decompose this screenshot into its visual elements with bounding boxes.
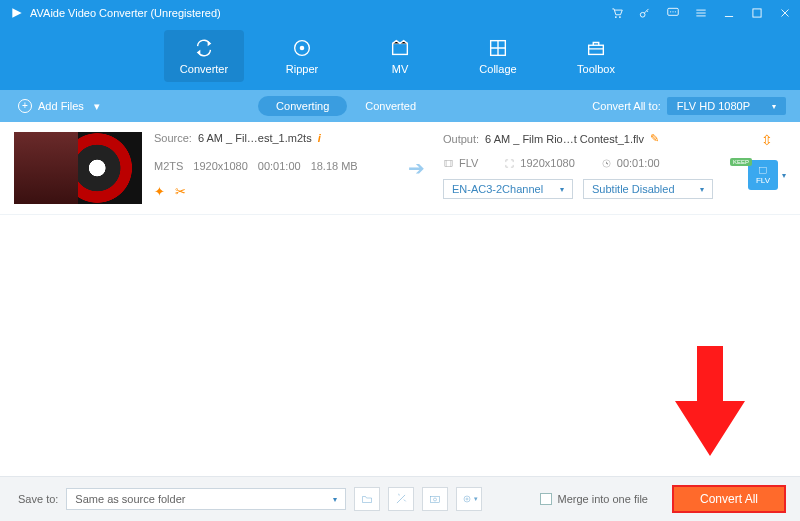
close-icon[interactable] [778,6,792,20]
nav-collage[interactable]: Collage [458,30,538,82]
key-icon[interactable] [638,6,652,20]
tab-converted[interactable]: Converted [347,96,434,116]
global-format-value: FLV HD 1080P [677,100,750,112]
merge-checkbox[interactable]: Merge into one file [540,493,648,505]
audio-track-value: EN-AC3-2Channel [452,183,543,195]
sub-bar: + Add Files ▾ Converting Converted Conve… [0,90,800,122]
main-nav: Converter Ripper MV Collage Toolbox [0,25,800,90]
footer-bar: Save to: Same as source folder ▾ ▾ Merge… [0,476,800,521]
svg-rect-15 [759,167,767,173]
film-icon [757,166,769,176]
nav-mv[interactable]: MV [360,30,440,82]
open-folder-button[interactable] [354,487,380,511]
svg-rect-12 [589,45,604,54]
output-container: FLV [459,157,478,169]
video-thumbnail[interactable] [14,132,142,204]
film-icon [443,158,454,169]
chevron-down-icon[interactable]: ▾ [782,171,786,180]
chevron-down-icon: ▾ [474,495,478,503]
nav-label: Ripper [286,63,318,75]
convert-all-to-label: Convert All to: [592,100,660,112]
source-column: Source: 6 AM _ Fil…est_1.m2ts i M2TS 192… [154,132,389,199]
clock-icon [601,158,612,169]
arrow-right-icon: ➔ [401,156,431,180]
file-list: Source: 6 AM _ Fil…est_1.m2ts i M2TS 192… [0,122,800,215]
svg-rect-16 [431,497,440,503]
source-resolution: 1920x1080 [193,160,247,172]
folder-icon [360,493,374,505]
info-icon[interactable]: i [318,132,321,144]
svg-point-19 [466,498,468,500]
annotation-arrow-icon [675,346,745,456]
svg-point-6 [675,11,676,12]
nav-label: Collage [479,63,516,75]
save-to-label: Save to: [18,493,58,505]
ripper-icon [291,37,313,59]
tab-converting[interactable]: Converting [258,96,347,116]
settings-button[interactable]: ▾ [456,487,482,511]
menu-icon[interactable] [694,6,708,20]
item-right-controls: ⇳ KEEP FLV ▾ [748,132,786,190]
collage-icon [487,37,509,59]
edit-name-icon[interactable]: ✎ [650,132,659,145]
subtitle-value: Subtitle Disabled [592,183,675,195]
maximize-icon[interactable] [750,6,764,20]
feedback-icon[interactable] [666,6,680,20]
chevron-down-icon: ▾ [333,495,337,504]
enhance-button[interactable] [388,487,414,511]
plus-icon: + [18,99,32,113]
output-label: Output: [443,133,479,145]
svg-point-2 [640,12,645,17]
svg-point-1 [619,16,621,18]
svg-point-5 [672,11,673,12]
output-resolution: 1920x1080 [520,157,574,169]
save-folder-select[interactable]: Same as source folder ▾ [66,488,346,510]
convert-all-label: Convert All [700,492,758,506]
convert-all-button[interactable]: Convert All [672,485,786,513]
queue-tabs: Converting Converted [258,96,434,116]
nav-ripper[interactable]: Ripper [262,30,342,82]
nav-toolbox[interactable]: Toolbox [556,30,636,82]
source-duration: 00:01:00 [258,160,301,172]
cut-icon[interactable]: ✂ [175,184,186,199]
minimize-icon[interactable] [722,6,736,20]
camera-icon [428,493,442,505]
add-files-label: Add Files [38,100,84,112]
svg-point-18 [464,496,470,502]
svg-point-9 [300,46,305,51]
compress-icon[interactable]: ⇳ [761,132,773,148]
merge-label: Merge into one file [557,493,648,505]
add-files-button[interactable]: + Add Files ▾ [18,99,100,113]
source-filename: 6 AM _ Fil…est_1.m2ts [198,132,312,144]
gear-icon [461,493,473,505]
output-format-text: FLV [756,176,770,185]
mv-icon [389,37,411,59]
source-label: Source: [154,132,192,144]
wand-icon [394,492,408,506]
subtitle-select[interactable]: Subtitle Disabled ▾ [583,179,713,199]
keep-badge: KEEP [730,158,752,166]
expand-icon [504,158,515,169]
global-format-select[interactable]: FLV HD 1080P ▾ [667,97,786,115]
nav-label: MV [392,63,409,75]
cart-icon[interactable] [610,6,624,20]
nav-label: Toolbox [577,63,615,75]
nav-label: Converter [180,63,228,75]
snapshot-button[interactable] [422,487,448,511]
source-size: 18.18 MB [311,160,358,172]
toolbox-icon [585,37,607,59]
window-controls [610,6,792,20]
chevron-down-icon: ▾ [700,185,704,194]
effects-icon[interactable]: ✦ [154,184,165,199]
audio-track-select[interactable]: EN-AC3-2Channel ▾ [443,179,573,199]
svg-rect-10 [393,43,408,54]
output-filename: 6 AM _ Film Rio…t Contest_1.flv [485,133,644,145]
svg-rect-7 [753,8,761,16]
checkbox-icon [540,493,552,505]
output-format-badge[interactable]: KEEP FLV [748,160,778,190]
nav-converter[interactable]: Converter [164,30,244,82]
svg-point-0 [615,16,617,18]
app-title: AVAide Video Converter (Unregistered) [30,7,610,19]
source-container: M2TS [154,160,183,172]
converter-icon [193,37,215,59]
